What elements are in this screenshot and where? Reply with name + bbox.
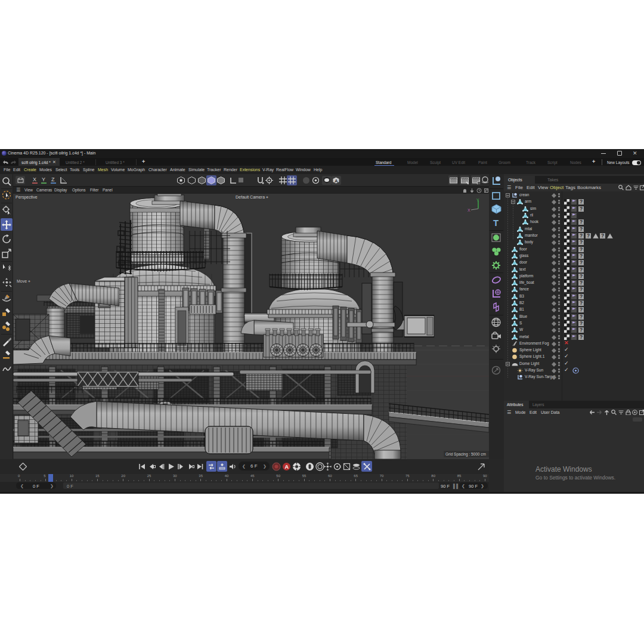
svg-text:X: X [467, 208, 470, 212]
svg-text:A: A [335, 178, 338, 184]
svg-text:A: A [285, 464, 289, 470]
svg-text:Y: Y [476, 198, 479, 202]
svg-text:T: T [493, 218, 499, 228]
